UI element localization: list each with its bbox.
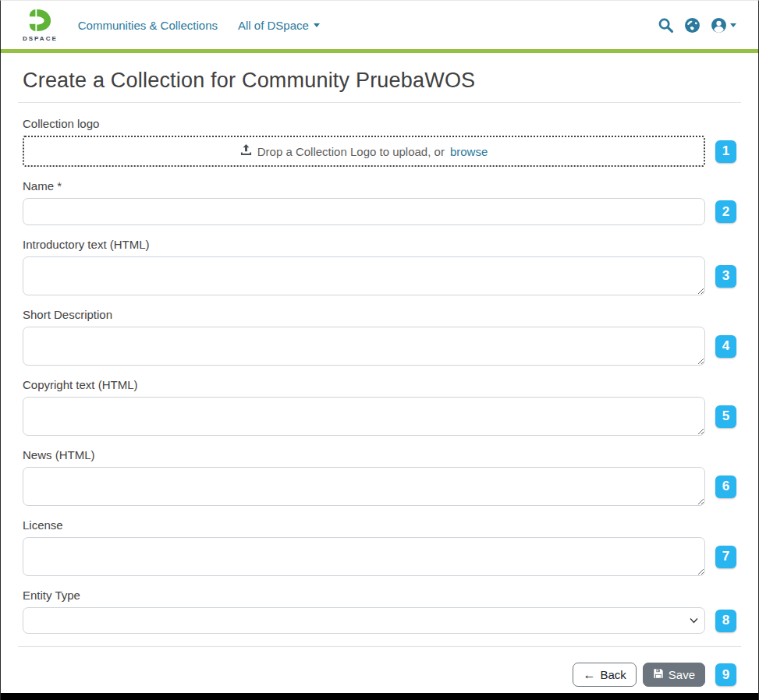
page-title: Create a Collection for Community Prueba…: [23, 69, 736, 93]
name-input[interactable]: [23, 198, 705, 225]
annotation-badge-6: 6: [715, 476, 736, 498]
header-icons: [658, 17, 736, 34]
name-group: Name * 2: [23, 179, 736, 225]
news-textarea[interactable]: [23, 467, 705, 506]
dropzone-text: Drop a Collection Logo to upload, or: [257, 145, 445, 158]
annotation-badge-2: 2: [715, 200, 736, 223]
collection-logo-group: Collection logo Drop a Collection Logo t…: [23, 117, 736, 167]
chevron-down-icon: [730, 23, 736, 27]
dspace-logo[interactable]: DSPACE: [23, 9, 58, 42]
save-disk-icon: [653, 668, 664, 681]
bottom-bar: [1, 693, 758, 700]
upload-icon: [240, 144, 252, 159]
main-nav: Communities & Collections All of DSpace: [78, 19, 320, 32]
introductory-text-group: Introductory text (HTML) 3: [23, 238, 736, 295]
save-button-label: Save: [669, 668, 695, 681]
entity-type-select[interactable]: [23, 607, 705, 634]
header: DSPACE Communities & Collections All of …: [1, 1, 758, 49]
license-textarea[interactable]: [23, 537, 705, 576]
language-globe-icon[interactable]: [684, 17, 700, 34]
short-description-group: Short Description 4: [23, 308, 736, 366]
page: DSPACE Communities & Collections All of …: [0, 0, 759, 700]
annotation-badge-8: 8: [715, 610, 736, 632]
title-divider: [18, 102, 741, 103]
main-content: Create a Collection for Community Prueba…: [1, 53, 758, 687]
name-label: Name *: [23, 179, 736, 193]
save-button[interactable]: Save: [643, 663, 705, 687]
footer-divider: [18, 646, 741, 647]
back-button[interactable]: ← Back: [573, 663, 636, 687]
annotation-badge-4: 4: [715, 335, 736, 358]
news-label: News (HTML): [23, 448, 736, 462]
short-description-label: Short Description: [23, 308, 736, 322]
back-button-label: Back: [600, 668, 626, 681]
annotation-badge-5: 5: [715, 405, 736, 428]
copyright-text-group: Copyright text (HTML) 5: [23, 378, 736, 436]
copyright-text-textarea[interactable]: [23, 397, 705, 436]
nav-communities-collections[interactable]: Communities & Collections: [78, 19, 218, 32]
collection-logo-label: Collection logo: [23, 117, 736, 131]
copyright-text-label: Copyright text (HTML): [23, 378, 736, 392]
introductory-text-label: Introductory text (HTML): [23, 238, 736, 252]
browse-link[interactable]: browse: [450, 145, 488, 158]
entity-type-group: Entity Type 8: [23, 589, 736, 634]
short-description-textarea[interactable]: [23, 327, 705, 366]
arrow-left-icon: ←: [583, 669, 595, 681]
annotation-badge-3: 3: [715, 265, 736, 288]
license-label: License: [23, 518, 736, 532]
chevron-down-icon: [314, 23, 320, 27]
form-actions: ← Back Save 9: [23, 663, 736, 687]
logo-dropzone[interactable]: Drop a Collection Logo to upload, or bro…: [23, 136, 705, 167]
search-icon[interactable]: [658, 17, 674, 34]
license-group: License 7: [23, 518, 736, 576]
annotation-badge-7: 7: [715, 546, 736, 568]
annotation-badge-9: 9: [715, 663, 736, 686]
nav-all-of-dspace[interactable]: All of DSpace: [238, 19, 320, 32]
user-menu-icon[interactable]: [711, 17, 736, 34]
introductory-text-textarea[interactable]: [23, 256, 705, 295]
news-group: News (HTML) 6: [23, 448, 736, 506]
entity-type-label: Entity Type: [23, 589, 736, 603]
dspace-logo-text: DSPACE: [23, 36, 58, 42]
annotation-badge-1: 1: [715, 140, 736, 163]
nav-all-of-dspace-label: All of DSpace: [238, 19, 309, 32]
nav-communities-collections-label: Communities & Collections: [78, 19, 218, 32]
dspace-logo-icon: [26, 9, 54, 34]
